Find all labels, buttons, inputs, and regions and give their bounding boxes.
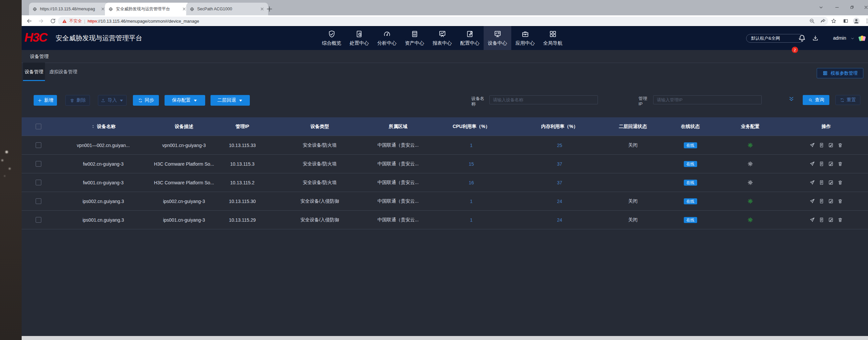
send-icon[interactable]: [809, 180, 815, 185]
profile-avatar[interactable]: [852, 17, 860, 25]
nav-item-配置中心[interactable]: 配置中心: [456, 26, 484, 50]
add-button[interactable]: 新增: [34, 95, 57, 106]
collapse-filters-chevrons-icon[interactable]: [788, 96, 795, 102]
browser-tab[interactable]: 安全威胁发现与运营管理平台: [105, 3, 190, 15]
nav-item-处置中心[interactable]: 处置中心: [345, 26, 373, 50]
delete-button[interactable]: 删除: [65, 95, 90, 106]
row-checkbox[interactable]: [36, 217, 41, 223]
business-config-gear-icon[interactable]: [747, 198, 753, 204]
nav-item-全局导航[interactable]: 全局导航: [539, 26, 566, 50]
cell-device-name: vpn001—002.cn.guiyan...: [55, 143, 152, 148]
globe-favicon-icon: [108, 7, 113, 12]
cell-device-name: fw001.cn-guiyang-3: [55, 180, 152, 185]
tenant-selector[interactable]: 默认租户&全网: [746, 34, 804, 42]
delete-icon[interactable]: [837, 161, 843, 167]
bookmark-star-icon[interactable]: [830, 18, 837, 24]
nav-item-综合概览[interactable]: 综合概览: [318, 26, 345, 50]
manage-ip-input[interactable]: [653, 95, 762, 104]
back-icon[interactable]: [26, 18, 33, 24]
cell-device-type: 安全设备/入侵防御: [268, 198, 371, 204]
nav-item-资产中心[interactable]: 资产中心: [401, 26, 428, 50]
browser-tab[interactable]: https://10.13.115.48/menupag: [29, 3, 109, 15]
nav-item-label: 报表中心: [433, 40, 452, 46]
nav-item-设备中心[interactable]: 设备中心: [484, 26, 511, 50]
delete-icon[interactable]: [837, 198, 843, 204]
cell-cpu-usage-link[interactable]: 1: [425, 217, 518, 223]
dropdown-caret-icon: [119, 98, 124, 103]
log-icon[interactable]: [819, 142, 825, 148]
cell-mem-usage-link[interactable]: 24: [518, 199, 601, 204]
log-icon[interactable]: [819, 198, 825, 204]
side-panel-icon[interactable]: [842, 18, 849, 24]
save-config-button[interactable]: 保存配置: [164, 95, 205, 106]
tab-close-icon[interactable]: [259, 6, 265, 12]
cell-cpu-usage-link[interactable]: 1: [425, 199, 518, 204]
forward-icon[interactable]: [38, 18, 44, 24]
template-param-button[interactable]: 模板参数管理: [817, 68, 863, 78]
reset-button[interactable]: 重置: [835, 95, 860, 105]
trash-icon: [70, 98, 74, 103]
edit-icon[interactable]: [828, 180, 834, 185]
window-restore-icon[interactable]: [849, 4, 855, 10]
edit-icon[interactable]: [828, 198, 834, 204]
send-icon[interactable]: [809, 142, 815, 148]
edit-icon[interactable]: [828, 142, 834, 148]
page-tab-虚拟设备管理[interactable]: 虚拟设备管理: [47, 63, 79, 81]
send-icon[interactable]: [809, 198, 815, 204]
app-briefcase-icon: [521, 30, 530, 38]
delete-icon[interactable]: [837, 180, 843, 185]
business-config-gear-icon[interactable]: [747, 161, 753, 167]
cell-mem-usage-link[interactable]: 37: [518, 180, 601, 185]
cell-mem-usage-link[interactable]: 24: [518, 217, 601, 223]
sort-icon[interactable]: [91, 124, 95, 129]
row-checkbox[interactable]: [36, 198, 41, 204]
select-all-checkbox[interactable]: [36, 124, 41, 129]
download-icon[interactable]: [812, 35, 819, 42]
query-button[interactable]: 查询: [803, 95, 829, 105]
import-icon: [101, 98, 105, 103]
cell-cpu-usage-link[interactable]: 16: [425, 180, 518, 185]
window-close-icon[interactable]: [863, 4, 868, 10]
send-icon[interactable]: [809, 161, 815, 167]
row-checkbox[interactable]: [36, 142, 41, 148]
sync-button[interactable]: 同步: [133, 95, 159, 106]
window-minimize-icon[interactable]: [834, 4, 840, 10]
user-menu[interactable]: admin: [833, 26, 846, 50]
cell-mem-usage-link[interactable]: 25: [518, 143, 601, 148]
log-icon[interactable]: [819, 217, 825, 223]
log-icon[interactable]: [819, 180, 825, 185]
edit-icon[interactable]: [828, 217, 834, 223]
browser-tab[interactable]: SecPath ACG1000: [186, 3, 268, 15]
row-checkbox[interactable]: [36, 180, 41, 185]
business-config-gear-icon[interactable]: [747, 142, 753, 148]
address-bar[interactable]: 不安全 | https://10.13.115.46/menupage/comm…: [58, 17, 828, 25]
theme-gift-icon[interactable]: [858, 34, 867, 42]
browser-menu-dots-icon[interactable]: [864, 18, 868, 24]
device-name-input[interactable]: [489, 95, 598, 104]
row-checkbox[interactable]: [36, 161, 41, 167]
cell-cpu-usage-link[interactable]: 1: [425, 143, 518, 148]
tab-search-chevron-icon[interactable]: [818, 4, 824, 10]
edit-icon[interactable]: [828, 161, 834, 167]
reload-icon[interactable]: [50, 18, 56, 24]
notification-bell-icon[interactable]: [798, 34, 806, 42]
nav-item-报表中心[interactable]: 报表中心: [428, 26, 456, 50]
zoom-out-icon[interactable]: [809, 18, 815, 24]
import-button[interactable]: 导入: [98, 95, 127, 106]
new-tab-button[interactable]: [266, 5, 274, 13]
page-tab-设备管理[interactable]: 设备管理: [23, 63, 45, 81]
online-status-badge: 在线: [684, 161, 697, 167]
layer2-rollback-button[interactable]: 二层回退: [211, 95, 250, 106]
send-icon[interactable]: [809, 217, 815, 223]
cell-cpu-usage-link[interactable]: 15: [425, 161, 518, 167]
delete-icon[interactable]: [837, 217, 843, 223]
business-config-gear-icon[interactable]: [747, 179, 753, 186]
cell-mem-usage-link[interactable]: 37: [518, 161, 601, 167]
nav-item-分析中心[interactable]: 分析中心: [373, 26, 401, 50]
business-config-gear-icon[interactable]: [747, 217, 753, 223]
manage-ip-filter-label: 管理IP: [639, 96, 650, 107]
delete-icon[interactable]: [837, 142, 843, 148]
share-icon[interactable]: [820, 18, 826, 24]
nav-item-应用中心[interactable]: 应用中心: [511, 26, 539, 50]
log-icon[interactable]: [819, 161, 825, 167]
